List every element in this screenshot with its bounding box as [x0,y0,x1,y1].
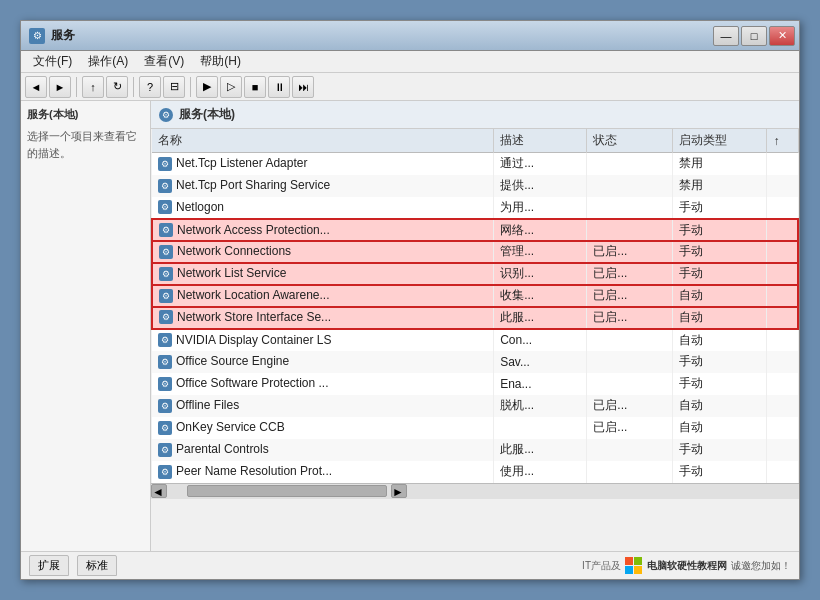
col-startup[interactable]: 启动类型 [672,129,767,153]
status-bar: 扩展 标准 IT产品及 电脑软硬性教程网 诚邀您加如！ [21,551,799,579]
menu-help[interactable]: 帮助(H) [192,51,249,72]
title-bar: ⚙ 服务 — □ ✕ [21,21,799,51]
service-desc-cell: 脱机... [494,395,587,417]
service-status-cell: 已启... [587,263,672,285]
service-desc-cell: 为用... [494,197,587,219]
service-name-cell: ⚙Peer Name Resolution Prot... [152,461,494,483]
col-desc[interactable]: 描述 [494,129,587,153]
service-startup-cell: 手动 [672,461,767,483]
service-status-cell [587,197,672,219]
service-status-cell: 已启... [587,417,672,439]
horizontal-scrollbar[interactable]: ◄ ► [151,483,799,499]
table-row[interactable]: ⚙Network List Service识别...已启...手动 [152,263,798,285]
h-scroll-thumb[interactable] [187,485,387,497]
service-startup-cell: 自动 [672,329,767,351]
service-extra-cell [767,439,798,461]
service-startup-cell: 手动 [672,351,767,373]
pause-button[interactable]: ⏸ [268,76,290,98]
service-name-cell: ⚙Office Source Engine [152,351,494,373]
service-extra-cell [767,153,798,175]
service-name-cell: ⚙Net.Tcp Listener Adapter [152,153,494,175]
toolbar-separator-2 [133,77,134,97]
refresh-button[interactable]: ↻ [106,76,128,98]
content-header-icon: ⚙ [159,108,173,122]
table-row[interactable]: ⚙Network Location Awarene...收集...已启...自动 [152,285,798,307]
service-status-cell: 已启... [587,395,672,417]
play2-button[interactable]: ▷ [220,76,242,98]
tab-expand[interactable]: 扩展 [29,555,69,576]
close-button[interactable]: ✕ [769,26,795,46]
table-row[interactable]: ⚙Parental Controls此服...手动 [152,439,798,461]
service-startup-cell: 自动 [672,285,767,307]
service-extra-cell [767,373,798,395]
table-row[interactable]: ⚙Net.Tcp Port Sharing Service提供...禁用 [152,175,798,197]
menu-view[interactable]: 查看(V) [136,51,192,72]
service-startup-cell: 手动 [672,439,767,461]
table-container[interactable]: 名称 描述 状态 启动类型 ↑ ⚙Net.Tcp Listener Adapte… [151,129,799,551]
play-button[interactable]: ▶ [196,76,218,98]
h-scroll-left[interactable]: ◄ [151,484,167,498]
service-extra-cell [767,219,798,241]
service-extra-cell [767,307,798,329]
export-button[interactable]: ⊟ [163,76,185,98]
col-status[interactable]: 状态 [587,129,672,153]
service-name-cell: ⚙OnKey Service CCB [152,417,494,439]
service-status-cell: 已启... [587,285,672,307]
table-row[interactable]: ⚙NVIDIA Display Container LSCon...自动 [152,329,798,351]
help-button[interactable]: ? [139,76,161,98]
service-desc-cell: 此服... [494,439,587,461]
menu-file[interactable]: 文件(F) [25,51,80,72]
minimize-button[interactable]: — [713,26,739,46]
h-scroll-right[interactable]: ► [391,484,407,498]
table-row[interactable]: ⚙Network Connections管理...已启...手动 [152,241,798,263]
watermark-area: IT产品及 电脑软硬性教程网 诚邀您加如！ [125,557,791,575]
table-row[interactable]: ⚙Offline Files脱机...已启...自动 [152,395,798,417]
service-name-cell: ⚙Net.Tcp Port Sharing Service [152,175,494,197]
toolbar-separator-1 [76,77,77,97]
table-row[interactable]: ⚙Network Store Interface Se...此服...已启...… [152,307,798,329]
up-button[interactable]: ↑ [82,76,104,98]
col-name[interactable]: 名称 [152,129,494,153]
watermark-text3: 诚邀您加如！ [731,559,791,573]
service-startup-cell: 自动 [672,417,767,439]
service-name-cell: ⚙Network Connections [152,241,494,263]
restart-button[interactable]: ⏭ [292,76,314,98]
stop-button[interactable]: ■ [244,76,266,98]
window-title: 服务 [51,27,75,44]
watermark-text1: IT产品及 [582,559,621,573]
service-name-cell: ⚙Parental Controls [152,439,494,461]
service-status-cell [587,373,672,395]
maximize-button[interactable]: □ [741,26,767,46]
service-status-cell [587,175,672,197]
forward-button[interactable]: ► [49,76,71,98]
service-startup-cell: 自动 [672,307,767,329]
service-status-cell [587,153,672,175]
col-extra[interactable]: ↑ [767,129,798,153]
table-row[interactable]: ⚙Peer Name Resolution Prot...使用...手动 [152,461,798,483]
tab-standard[interactable]: 标准 [77,555,117,576]
service-desc-cell: 管理... [494,241,587,263]
menu-action[interactable]: 操作(A) [80,51,136,72]
service-startup-cell: 手动 [672,197,767,219]
table-row[interactable]: ⚙Office Software Protection ...Ena...手动 [152,373,798,395]
service-status-cell [587,219,672,241]
service-status-cell [587,329,672,351]
back-button[interactable]: ◄ [25,76,47,98]
service-name-cell: ⚙Network Store Interface Se... [152,307,494,329]
service-startup-cell: 手动 [672,373,767,395]
service-status-cell [587,351,672,373]
service-extra-cell [767,285,798,307]
table-row[interactable]: ⚙Office Source EngineSav...手动 [152,351,798,373]
service-desc-cell: Sav... [494,351,587,373]
service-status-cell: 已启... [587,307,672,329]
table-row[interactable]: ⚙Netlogon为用...手动 [152,197,798,219]
service-startup-cell: 禁用 [672,175,767,197]
service-name-cell: ⚙Network Access Protection... [152,219,494,241]
service-desc-cell [494,417,587,439]
svg-rect-2 [625,566,633,574]
table-row[interactable]: ⚙OnKey Service CCB已启...自动 [152,417,798,439]
table-row[interactable]: ⚙Net.Tcp Listener Adapter通过...禁用 [152,153,798,175]
table-row[interactable]: ⚙Network Access Protection...网络...手动 [152,219,798,241]
service-startup-cell: 手动 [672,263,767,285]
service-extra-cell [767,461,798,483]
